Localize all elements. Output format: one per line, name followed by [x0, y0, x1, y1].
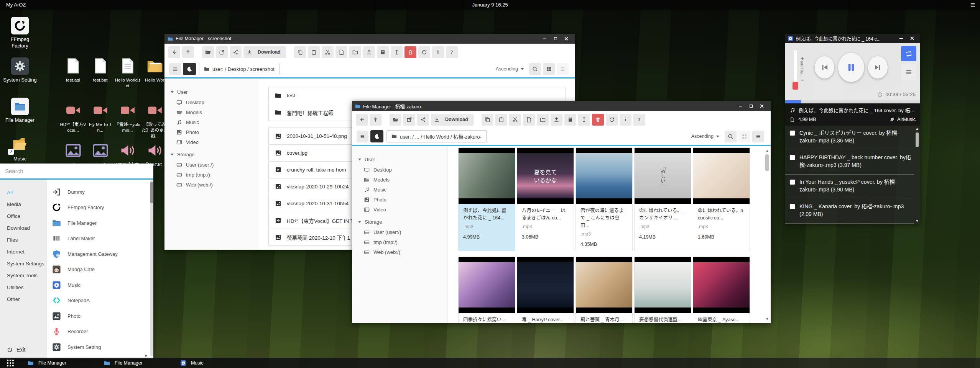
file-card[interactable]: 命に嫌われている。acoustic co....mp31.69MB [693, 147, 750, 251]
sidebar-section-user[interactable]: User [357, 154, 447, 165]
upload-button[interactable] [551, 114, 562, 126]
desktop-file[interactable]: Hello World.txt [114, 57, 141, 89]
info-button[interactable]: i [620, 114, 631, 126]
window-titlebar[interactable]: File Manager - 柘榴-zakuro- [352, 101, 771, 111]
share-button[interactable] [417, 114, 429, 126]
copy-button[interactable] [294, 46, 306, 58]
breadcrumb[interactable]: user: / Desktop / screenshot [199, 63, 280, 75]
back-button[interactable] [356, 114, 368, 126]
sidebar-item-tmp-tmp-[interactable]: tmp (tmp:/) [170, 170, 258, 180]
desktop-file[interactable]: test.bat [87, 57, 114, 89]
desktop-shortcut-ffmpeg-factory[interactable]: FFmpeg Factory [2, 17, 38, 49]
file-card[interactable]: 「寂しい」命に嫌われている。_ カンザキイオリ ....mp34.19MB [634, 147, 691, 251]
sidebar-item-video[interactable]: Video [170, 137, 258, 147]
app-item-manga-cafe[interactable]: Manga Cafe [47, 262, 153, 278]
download-button[interactable]: Download [243, 46, 286, 58]
refresh-button[interactable] [418, 46, 430, 58]
file-card[interactable]: 妄想感傷代償連盟... [634, 257, 691, 323]
list-view-button[interactable] [557, 63, 569, 75]
sidebar-item-music[interactable]: Music [170, 117, 258, 127]
sidebar-item-user-user-[interactable]: User (user:/) [170, 160, 258, 170]
desktop-file[interactable]: Fly Me To Th... [87, 102, 114, 139]
volume-slider[interactable]: + Volume − [794, 49, 809, 94]
app-item-notepada[interactable]: NotepadA [47, 293, 153, 309]
sidebar-item-music[interactable]: Music [357, 185, 447, 195]
sidebar-item-photo[interactable]: Photo [170, 127, 258, 137]
sidebar-section-user[interactable]: User [170, 87, 258, 97]
desktop-shortcut-system-setting[interactable]: System Setting [2, 57, 38, 83]
sidebar-item-desktop[interactable]: Desktop [170, 97, 258, 107]
close-button[interactable] [908, 34, 919, 43]
playlist-button[interactable] [901, 64, 916, 80]
app-item-music[interactable]: Music [47, 277, 153, 293]
sidebar-item-video[interactable]: Video [357, 204, 447, 214]
sidebar-item-web-web-[interactable]: Web (web:/) [357, 247, 447, 257]
category-utilities[interactable]: Utilities [0, 281, 47, 293]
minimize-button[interactable] [541, 34, 551, 43]
new-folder-button[interactable] [349, 46, 361, 58]
file-card[interactable]: 夏を見て いるかな八月のレイニー _ はるまきごはん co....mp33.06… [517, 147, 574, 251]
sidebar-item-models[interactable]: Models [170, 107, 258, 117]
scroll-down-icon[interactable]: ▼ [765, 316, 770, 321]
external-button[interactable] [403, 114, 415, 126]
category-internet[interactable]: Internet [0, 246, 47, 258]
close-button[interactable] [562, 34, 573, 43]
window-titlebar[interactable]: File Manager - screenshot [164, 34, 575, 44]
exit-button[interactable]: Exit [0, 347, 47, 353]
sort-dropdown[interactable]: Ascending [691, 134, 719, 139]
previous-track-button[interactable] [815, 56, 834, 79]
external-button[interactable] [216, 46, 228, 58]
refresh-button[interactable] [606, 114, 618, 126]
minimize-button[interactable] [897, 34, 908, 43]
app-item-file-manager[interactable]: File Manager [47, 215, 153, 231]
maximize-button[interactable] [551, 34, 562, 43]
playlist-item[interactable]: KING _ Kanaria cover. by 柘榴-zakuro-.mp3 … [785, 199, 914, 224]
open-folder-button[interactable] [202, 46, 214, 58]
seek-bar[interactable] [785, 100, 920, 103]
desktop-shortcut-file-manager[interactable]: File Manager [2, 98, 38, 124]
new-folder-button[interactable] [537, 114, 549, 126]
playlist-item[interactable]: In Your Hands _ yusukeP cover. by 柘榴-zak… [785, 175, 914, 199]
cut-button[interactable] [322, 46, 334, 58]
sidebar-item-desktop[interactable]: Desktop [357, 165, 447, 175]
help-button[interactable]: ? [446, 46, 458, 58]
file-card[interactable]: 四季折々に揺蕩い... [458, 257, 515, 323]
app-list-scrollbar[interactable] [150, 180, 153, 356]
hamburger-menu-icon[interactable] [969, 2, 976, 8]
taskbar-item-file-manager[interactable]: File Manager [99, 358, 148, 368]
category-system-tools[interactable]: System Tools [0, 270, 47, 281]
list-view-button[interactable] [752, 131, 764, 142]
info-button[interactable]: i [432, 46, 444, 58]
search-button[interactable] [529, 63, 541, 75]
desktop-file[interactable]: HD⁶⁰【東方Vocal... [59, 102, 87, 139]
help-button[interactable]: ? [633, 114, 645, 126]
next-track-button[interactable] [868, 56, 888, 79]
paste-button[interactable] [495, 114, 507, 126]
category-download[interactable]: Download [0, 222, 47, 234]
playlist-item[interactable]: HAPPY BIRTHDAY _ back number cover. by柘榴… [785, 150, 914, 175]
category-office[interactable]: Office [0, 210, 47, 222]
category-all[interactable]: All [0, 186, 47, 198]
volume-thumb[interactable] [793, 82, 798, 90]
new-file-button[interactable] [335, 46, 347, 58]
playlist-scrollbar[interactable]: ▲▼ [915, 126, 919, 223]
file-card[interactable]: 薊と薔薇 _ 青木月... [576, 257, 633, 323]
delete-button[interactable] [404, 46, 416, 58]
desktop-file[interactable]: test.agi [59, 57, 87, 89]
pause-button[interactable] [838, 53, 864, 82]
dark-mode-toggle[interactable] [370, 130, 383, 142]
file-card[interactable]: 幽霊東京 _ Ayase... [693, 257, 750, 323]
dark-mode-toggle[interactable] [183, 63, 196, 75]
playlist-item[interactable]: Cynic _ ポリスピカデリー cover. by 柘榴-zakuro-.mp… [785, 126, 914, 150]
category-media[interactable]: Media [0, 198, 47, 210]
maximize-button[interactable] [747, 102, 758, 110]
copy-button[interactable] [482, 114, 493, 126]
sidebar-section-storage[interactable]: Storage [170, 149, 258, 160]
rename-button[interactable] [578, 114, 590, 126]
menu-button[interactable] [357, 131, 368, 142]
file-card[interactable]: 君が夜の海に還るまで _ こんにちは谷田....mp34.35MB [576, 147, 633, 251]
app-launcher-icon[interactable] [6, 359, 15, 367]
repeat-button[interactable] [901, 46, 916, 61]
file-card[interactable]: 毒 _ HarryP cover... [517, 257, 574, 323]
new-file-button[interactable] [523, 114, 535, 126]
